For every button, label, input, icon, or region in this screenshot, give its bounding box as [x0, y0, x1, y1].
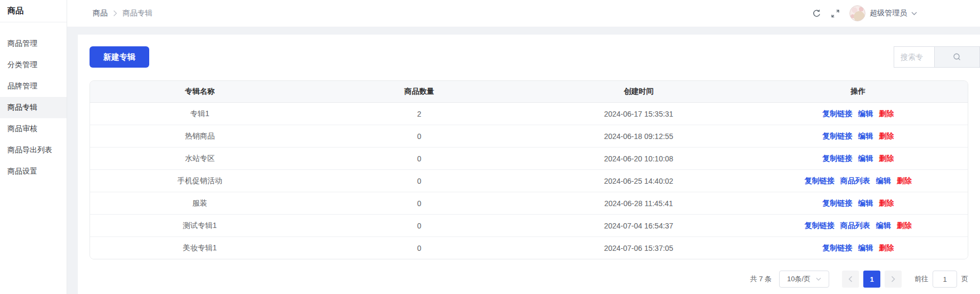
- albums-table: 专辑名称 商品数量 创建时间 操作 专辑1 2 2024-06-17 15:35…: [90, 80, 968, 259]
- search-input[interactable]: [894, 46, 934, 68]
- action-link-delete[interactable]: 删除: [879, 132, 894, 141]
- action-link-default[interactable]: 复制链接: [805, 221, 835, 231]
- pagination-prev-button[interactable]: [842, 271, 859, 288]
- album-name-cell: 美妆专辑1: [90, 237, 310, 259]
- table-header-row: 专辑名称 商品数量 创建时间 操作: [90, 81, 968, 103]
- sidebar-item-label: 商品管理: [7, 39, 37, 48]
- goto-label: 前往: [914, 274, 928, 284]
- actions-cell: 复制链接编辑删除: [748, 103, 968, 125]
- content-card: 新建专辑 专辑名称 商品数量 创建时间 操作 专: [78, 35, 980, 294]
- sidebar-item-label: 商品审核: [7, 124, 37, 134]
- action-link-default[interactable]: 编辑: [858, 154, 873, 164]
- action-link-delete[interactable]: 删除: [879, 243, 894, 253]
- created-time-cell: 2024-07-06 15:37:05: [529, 237, 749, 259]
- actions-cell: 复制链接编辑删除: [748, 148, 968, 169]
- pagination: 共 7 条 10条/页 1: [90, 271, 968, 288]
- table-row: 服装 0 2024-06-28 11:45:41 复制链接编辑删除: [90, 192, 968, 215]
- product-count-cell: 0: [310, 237, 529, 259]
- action-link-default[interactable]: 编辑: [876, 176, 891, 186]
- sidebar-item-label: 商品导出列表: [7, 145, 52, 155]
- created-time-cell: 2024-06-18 09:12:55: [529, 125, 749, 147]
- refresh-icon[interactable]: [812, 9, 821, 18]
- topbar: 商品 商品专辑: [67, 0, 980, 27]
- created-time-cell: 2024-06-28 11:45:41: [529, 192, 749, 214]
- actions-cell: 复制链接商品列表编辑删除: [748, 215, 968, 236]
- table-row: 测试专辑1 0 2024-07-04 16:54:37 复制链接商品列表编辑删除: [90, 215, 968, 237]
- action-link-default[interactable]: 编辑: [858, 132, 873, 141]
- action-link-delete[interactable]: 删除: [879, 199, 894, 208]
- product-count-cell: 0: [310, 170, 529, 192]
- product-count-cell: 0: [310, 215, 529, 236]
- table-column-header: 专辑名称: [90, 81, 310, 102]
- product-count-cell: 0: [310, 125, 529, 147]
- action-link-default[interactable]: 复制链接: [822, 243, 852, 253]
- action-link-delete[interactable]: 删除: [879, 109, 894, 119]
- goto-unit: 页: [961, 274, 968, 284]
- sidebar-item-3[interactable]: 商品专辑: [0, 97, 67, 118]
- table-column-header: 操作: [748, 81, 968, 102]
- pagination-page-1[interactable]: 1: [863, 271, 880, 288]
- user-avatar: [849, 5, 865, 21]
- action-link-default[interactable]: 复制链接: [822, 199, 852, 208]
- pagination-next-button[interactable]: [885, 271, 902, 288]
- action-link-default[interactable]: 复制链接: [822, 154, 852, 164]
- sidebar-item-4[interactable]: 商品审核: [0, 118, 67, 140]
- search-group: [894, 46, 980, 68]
- page-size-select[interactable]: 10条/页: [779, 271, 829, 288]
- sidebar-title: 商品: [0, 0, 67, 22]
- action-link-delete[interactable]: 删除: [897, 221, 912, 231]
- search-icon: [953, 53, 961, 61]
- action-link-delete[interactable]: 删除: [879, 154, 894, 164]
- action-link-default[interactable]: 商品列表: [840, 176, 870, 186]
- action-link-default[interactable]: 商品列表: [840, 221, 870, 231]
- pagination-total: 共 7 条: [750, 274, 772, 284]
- select-chevron-icon: [816, 277, 821, 281]
- chevron-down-icon: [911, 12, 917, 15]
- actions-cell: 复制链接编辑删除: [748, 192, 968, 214]
- user-menu[interactable]: 超级管理员: [849, 5, 917, 21]
- breadcrumb: 商品 商品专辑: [93, 9, 152, 18]
- table-row: 热销商品 0 2024-06-18 09:12:55 复制链接编辑删除: [90, 125, 968, 148]
- sidebar-item-0[interactable]: 商品管理: [0, 33, 67, 54]
- sidebar-item-5[interactable]: 商品导出列表: [0, 140, 67, 161]
- main-area: 商品 商品专辑: [67, 0, 980, 294]
- goto-page: 前往 页: [914, 271, 968, 288]
- product-count-cell: 2: [310, 103, 529, 125]
- sidebar-item-1[interactable]: 分类管理: [0, 54, 67, 76]
- table-row: 水站专区 0 2024-06-20 10:10:08 复制链接编辑删除: [90, 148, 968, 170]
- sidebar-item-label: 品牌管理: [7, 81, 37, 91]
- table-row: 专辑1 2 2024-06-17 15:35:31 复制链接编辑删除: [90, 103, 968, 125]
- action-link-delete[interactable]: 删除: [897, 176, 912, 186]
- fullscreen-icon[interactable]: [831, 9, 840, 18]
- created-time-cell: 2024-06-17 15:35:31: [529, 103, 749, 125]
- chevron-left-icon: [848, 276, 853, 282]
- created-time-cell: 2024-06-25 14:40:02: [529, 170, 749, 192]
- actions-cell: 复制链接编辑删除: [748, 237, 968, 259]
- app-window: 商品 商品管理 分类管理 品牌管理 商品专辑 商品审核 商品导出列表 商品设置 …: [0, 0, 980, 294]
- create-album-button[interactable]: 新建专辑: [90, 46, 149, 68]
- sidebar-menu: 商品管理 分类管理 品牌管理 商品专辑 商品审核 商品导出列表 商品设置: [0, 22, 67, 182]
- actions-cell: 复制链接商品列表编辑删除: [748, 170, 968, 192]
- album-name-cell: 服装: [90, 192, 310, 214]
- action-link-default[interactable]: 编辑: [858, 243, 873, 253]
- table-column-header: 商品数量: [310, 81, 529, 102]
- breadcrumb-item-current: 商品专辑: [123, 9, 152, 18]
- product-count-cell: 0: [310, 192, 529, 214]
- sidebar-item-2[interactable]: 品牌管理: [0, 76, 67, 97]
- action-link-default[interactable]: 复制链接: [822, 132, 852, 141]
- search-button[interactable]: [934, 46, 980, 68]
- created-time-cell: 2024-07-04 16:54:37: [529, 215, 749, 236]
- sidebar-item-label: 商品设置: [7, 167, 37, 176]
- sidebar-item-6[interactable]: 商品设置: [0, 161, 67, 182]
- breadcrumb-item-products[interactable]: 商品: [93, 9, 108, 18]
- action-link-default[interactable]: 编辑: [858, 109, 873, 119]
- action-link-default[interactable]: 复制链接: [805, 176, 835, 186]
- page-size-value: 10条/页: [787, 274, 811, 284]
- album-name-cell: 水站专区: [90, 148, 310, 169]
- pager: 1: [842, 271, 902, 288]
- action-link-default[interactable]: 编辑: [858, 199, 873, 208]
- table-column-header: 创建时间: [529, 81, 749, 102]
- action-link-default[interactable]: 复制链接: [822, 109, 852, 119]
- action-link-default[interactable]: 编辑: [876, 221, 891, 231]
- goto-page-input[interactable]: [933, 271, 957, 288]
